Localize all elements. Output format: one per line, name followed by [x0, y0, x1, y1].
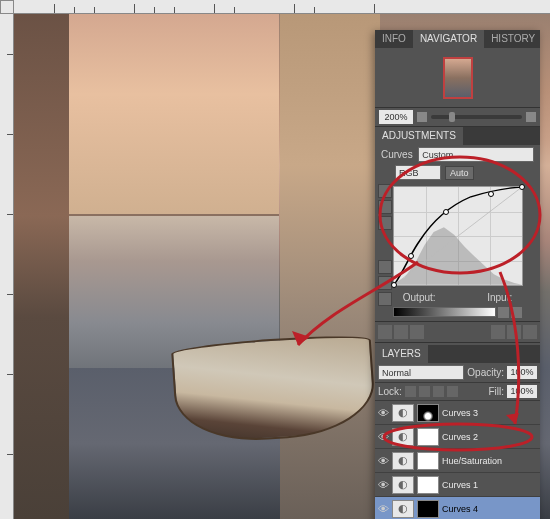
- layer-mask[interactable]: [417, 452, 439, 470]
- layer-name[interactable]: Curves 2: [442, 432, 538, 442]
- layer-row[interactable]: 👁◐Curves 4: [375, 497, 540, 519]
- curves-graph[interactable]: [393, 186, 523, 286]
- navigator-tabs: INFO NAVIGATOR HISTORY: [375, 30, 540, 48]
- opacity-input[interactable]: 100%: [507, 366, 537, 379]
- image-region: [69, 14, 279, 216]
- ruler-origin: [0, 0, 14, 14]
- zoom-slider[interactable]: [431, 115, 522, 119]
- image-region: [280, 14, 380, 519]
- curve-point[interactable]: [391, 282, 397, 288]
- previous-icon[interactable]: [491, 325, 505, 339]
- navigator-preview[interactable]: [375, 48, 540, 108]
- layer-list: 👁◐Curves 3👁◐Curves 2👁◐Hue/Saturation👁◐Cu…: [375, 401, 540, 519]
- ruler-vertical[interactable]: [0, 14, 14, 519]
- eyedropper-icon[interactable]: [498, 307, 509, 318]
- layer-row[interactable]: 👁◐Curves 3: [375, 401, 540, 425]
- eyedropper-icon[interactable]: [511, 307, 522, 318]
- layer-row[interactable]: 👁◐Hue/Saturation: [375, 449, 540, 473]
- view-icon[interactable]: [394, 325, 408, 339]
- channel-select[interactable]: RGB: [395, 165, 441, 180]
- zoom-input[interactable]: 200%: [379, 110, 413, 124]
- layer-mask[interactable]: [417, 476, 439, 494]
- return-icon[interactable]: [378, 325, 392, 339]
- tab-layers[interactable]: LAYERS: [375, 345, 428, 363]
- curve-tool-icon[interactable]: [378, 184, 392, 198]
- adjustment-footer: [375, 321, 540, 343]
- adjustment-thumbnail[interactable]: ◐: [392, 452, 414, 470]
- tab-navigator[interactable]: NAVIGATOR: [413, 30, 484, 48]
- lock-position-icon[interactable]: [433, 386, 444, 397]
- target-adjust-icon[interactable]: [378, 216, 392, 230]
- image-region: [14, 14, 69, 519]
- curve-point[interactable]: [519, 184, 525, 190]
- layer-name[interactable]: Curves 1: [442, 480, 538, 490]
- trash-icon[interactable]: [523, 325, 537, 339]
- adjustment-type: Curves: [381, 149, 413, 160]
- layer-row[interactable]: 👁◐Curves 1: [375, 473, 540, 497]
- layer-row[interactable]: 👁◐Curves 2: [375, 425, 540, 449]
- zoom-out-icon[interactable]: [417, 112, 427, 122]
- layer-name[interactable]: Hue/Saturation: [442, 456, 538, 466]
- zoom-in-icon[interactable]: [526, 112, 536, 122]
- reset-icon[interactable]: [507, 325, 521, 339]
- visibility-icon[interactable]: 👁: [377, 479, 389, 491]
- visibility-icon[interactable]: 👁: [377, 455, 389, 467]
- lock-transparent-icon[interactable]: [405, 386, 416, 397]
- lock-label: Lock:: [378, 386, 402, 397]
- tab-adjustments[interactable]: ADJUSTMENTS: [375, 127, 463, 145]
- adjustment-thumbnail[interactable]: ◐: [392, 428, 414, 446]
- lock-pixels-icon[interactable]: [419, 386, 430, 397]
- lock-all-icon[interactable]: [447, 386, 458, 397]
- preset-select[interactable]: Custom: [418, 147, 534, 162]
- curve-line: [394, 187, 522, 285]
- output-label: Output:: [403, 292, 436, 303]
- layer-name[interactable]: Curves 3: [442, 408, 538, 418]
- ruler-horizontal[interactable]: [14, 0, 550, 14]
- adjustment-thumbnail[interactable]: ◐: [392, 404, 414, 422]
- white-point-icon[interactable]: [378, 292, 392, 306]
- tab-info[interactable]: INFO: [375, 30, 413, 48]
- fill-label: Fill:: [488, 386, 504, 397]
- adjustment-thumbnail[interactable]: ◐: [392, 476, 414, 494]
- black-point-icon[interactable]: [378, 260, 392, 274]
- navigator-thumbnail[interactable]: [443, 57, 473, 99]
- opacity-label: Opacity:: [467, 367, 504, 378]
- visibility-icon[interactable]: 👁: [377, 503, 389, 515]
- gray-point-icon[interactable]: [378, 276, 392, 290]
- adjustment-thumbnail[interactable]: ◐: [392, 500, 414, 518]
- visibility-icon[interactable]: 👁: [377, 431, 389, 443]
- curve-point[interactable]: [488, 191, 494, 197]
- tab-history[interactable]: HISTORY: [484, 30, 542, 48]
- layer-mask[interactable]: [417, 404, 439, 422]
- pencil-tool-icon[interactable]: [378, 200, 392, 214]
- fill-input[interactable]: 100%: [507, 385, 537, 398]
- layer-name[interactable]: Curves 4: [442, 504, 538, 514]
- gradient-strip: [393, 307, 496, 317]
- layer-mask[interactable]: [417, 500, 439, 518]
- curve-point[interactable]: [443, 209, 449, 215]
- layer-mask[interactable]: [417, 428, 439, 446]
- svg-line-1: [394, 187, 522, 285]
- curve-point[interactable]: [408, 253, 414, 259]
- visibility-icon[interactable]: 👁: [377, 407, 389, 419]
- clip-icon[interactable]: [410, 325, 424, 339]
- blend-mode-select[interactable]: Normal: [378, 365, 464, 380]
- input-label: Input:: [487, 292, 512, 303]
- adjustments-tabs: ADJUSTMENTS: [375, 127, 540, 145]
- auto-button[interactable]: Auto: [445, 166, 474, 180]
